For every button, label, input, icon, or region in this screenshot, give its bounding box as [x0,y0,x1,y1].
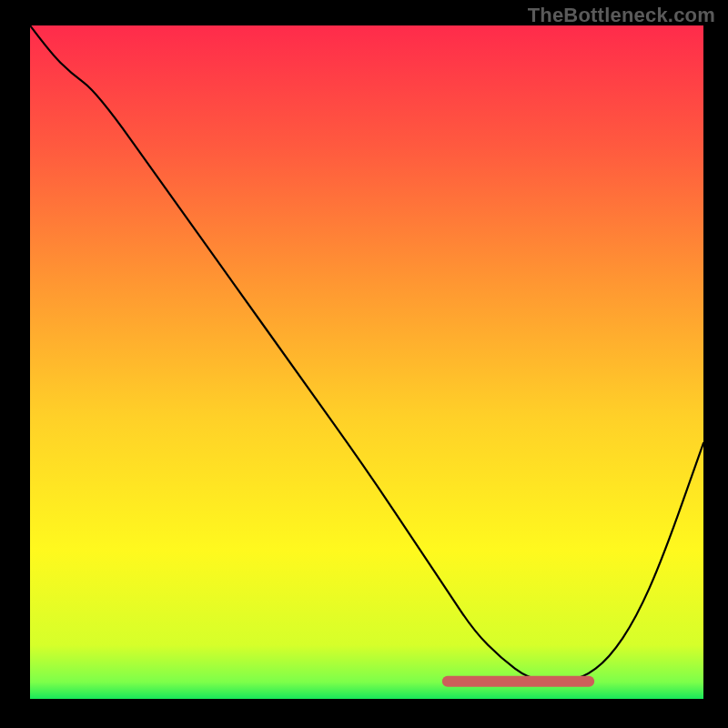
plot-area [30,25,703,699]
gradient-background [30,25,703,699]
watermark-text: TheBottleneck.com [528,4,715,27]
chart-container: TheBottleneck.com [0,0,728,728]
chart-svg [30,25,703,699]
